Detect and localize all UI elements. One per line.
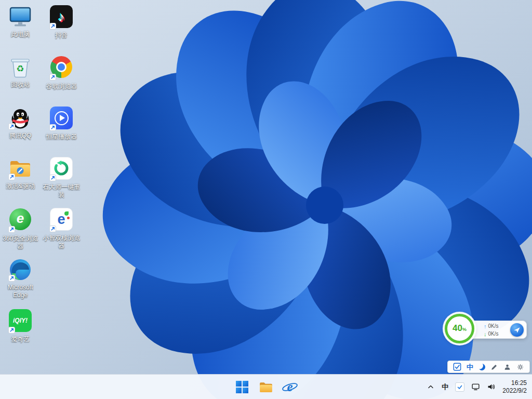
- speed-widget[interactable]: ↑ 0K/s ↓ 0K/s 40%: [445, 314, 529, 345]
- shortcut-arrow-icon: [8, 174, 15, 180]
- desktop-icon-recycle-bin[interactable]: ♻ 回收站: [0, 55, 41, 89]
- ime-chinese-mode-button[interactable]: 中: [467, 364, 473, 370]
- memory-usage-gauge[interactable]: 40%: [445, 314, 474, 343]
- douyin-icon: ♪: [49, 5, 74, 30]
- qq-penguin-icon: [8, 105, 33, 130]
- shortcut-arrow-icon: [49, 225, 56, 232]
- desktop-icon-qq[interactable]: 腾讯QQ: [0, 105, 41, 140]
- shortcut-arrow-icon: [8, 275, 15, 282]
- tray-input-method-indicator[interactable]: 中: [442, 382, 448, 392]
- desktop-icon-label: 恒星播放器: [41, 133, 82, 141]
- shortcut-arrow-icon: [8, 226, 15, 233]
- browser-e-icon: e: [282, 379, 298, 395]
- red-dot: [67, 217, 70, 219]
- browser-e-glyph: e: [17, 211, 24, 225]
- leaf-dot: [64, 211, 69, 216]
- upload-arrow-icon: ↑: [484, 323, 487, 329]
- windows-logo-icon: [236, 381, 248, 393]
- desktop-icon-douyin[interactable]: ♪ 抖音: [41, 4, 82, 39]
- clock-time: 16:25: [502, 379, 527, 387]
- this-pc-icon: [8, 4, 33, 29]
- edge-icon: [8, 257, 33, 282]
- rocket-icon: [513, 326, 521, 334]
- clock-date: 2022/9/2: [502, 387, 527, 395]
- desktop-icon-xiaozhi-browser[interactable]: e 小智双核浏览器: [41, 207, 82, 249]
- shortcut-arrow-icon: [49, 124, 56, 131]
- shortcut-arrow-icon: [49, 175, 56, 181]
- desktop-icon-label: 爱奇艺: [0, 336, 41, 343]
- desktop-icon-360-browser[interactable]: e 360安全浏览器: [0, 207, 41, 250]
- desktop-icon-this-pc[interactable]: 此电脑: [0, 4, 41, 38]
- desktop-icon-label: 激活&驱动: [0, 182, 41, 190]
- recycle-glyph: ♻: [8, 63, 33, 74]
- desktop-icon-label: Microsoft Edge: [0, 284, 41, 299]
- folder-icon: [258, 379, 274, 395]
- taskbar: e 中 16:25 2022/9/2: [0, 374, 532, 399]
- tray-clock[interactable]: 16:25 2022/9/2: [502, 379, 527, 395]
- taskbar-center-icons: e: [232, 375, 300, 399]
- desktop-icon-stellar-player[interactable]: 恒星播放器: [41, 105, 82, 141]
- shortcut-arrow-icon: [49, 74, 56, 81]
- iqiyi-wordmark: iQIY!: [13, 317, 28, 324]
- stellar-player-icon: [49, 107, 74, 131]
- desktop-icon-label: 谷歌浏览器: [41, 83, 82, 90]
- play-icon: [55, 111, 69, 125]
- tray-network-icon[interactable]: [471, 382, 480, 391]
- system-tray: 中 16:25 2022/9/2: [427, 375, 532, 399]
- recycle-bin-icon: ♻: [8, 55, 33, 79]
- ime-toolbar[interactable]: 中: [447, 361, 530, 373]
- ime-settings-gear-icon[interactable]: [516, 363, 524, 371]
- xiaozhi-browser-icon: e: [49, 208, 74, 233]
- fullwidth-moon-icon[interactable]: [478, 364, 485, 370]
- download-speed-value: 0K/s: [488, 331, 499, 337]
- download-arrow-icon: ↓: [484, 331, 487, 337]
- iqiyi-icon: iQIY!: [8, 309, 33, 334]
- tray-volume-icon[interactable]: [487, 382, 496, 391]
- tray-chevron-up-icon[interactable]: [427, 383, 435, 391]
- desktop-icon-activation-folder[interactable]: 激活&驱动: [0, 156, 41, 190]
- desktop-icon-shidashi[interactable]: 石大师一键重装: [41, 156, 82, 198]
- shidashi-icon: [49, 157, 74, 182]
- tray-security-check-icon[interactable]: [455, 382, 464, 392]
- start-button[interactable]: [232, 377, 252, 397]
- desktop-icon-label: 回收站: [0, 81, 41, 89]
- browser-e-glyph: e: [57, 212, 65, 227]
- chrome-icon: [49, 56, 74, 81]
- desktop-icon-edge[interactable]: Microsoft Edge: [0, 257, 41, 299]
- desktop-icon-iqiyi[interactable]: iQIY! 爱奇艺: [0, 308, 41, 343]
- desktop-icon-label: 360安全浏览器: [0, 235, 41, 250]
- desktop-icon-label: 抖音: [41, 32, 82, 39]
- shortcut-arrow-icon: [8, 327, 15, 334]
- desktop-icon-label: 小智双核浏览器: [41, 234, 82, 249]
- 360-browser-icon: e: [8, 208, 33, 233]
- accelerate-ball-button[interactable]: [510, 323, 524, 337]
- ime-selected-icon[interactable]: [453, 363, 461, 371]
- desktop-icon-label: 此电脑: [0, 31, 41, 38]
- percent-sign: %: [462, 327, 467, 332]
- ime-user-icon[interactable]: [503, 363, 511, 371]
- upload-speed-value: 0K/s: [488, 323, 499, 329]
- ime-pen-icon[interactable]: [490, 363, 498, 371]
- shortcut-arrow-icon: [49, 23, 56, 30]
- desktop-icon-chrome[interactable]: 谷歌浏览器: [41, 55, 82, 90]
- music-note-glyph: ♪: [58, 9, 65, 24]
- desktop-icon-label: 石大师一键重装: [41, 183, 82, 198]
- file-explorer-button[interactable]: [256, 377, 276, 397]
- desktop[interactable]: { "colors": { "accent_blue": "#1565d8", …: [0, 0, 532, 399]
- usage-percent: 40: [453, 316, 462, 340]
- folder-icon: [8, 156, 33, 181]
- shortcut-arrow-icon: [8, 123, 15, 130]
- browser-button[interactable]: e: [280, 377, 300, 397]
- desktop-icon-label: 腾讯QQ: [0, 132, 41, 140]
